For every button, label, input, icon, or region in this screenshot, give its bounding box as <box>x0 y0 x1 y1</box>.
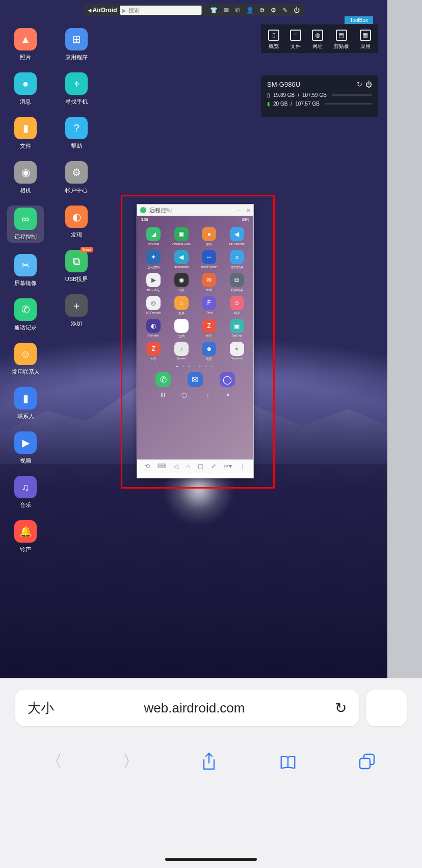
desktop-app-应用程序[interactable]: ⊞应用程序 <box>58 28 95 61</box>
power-device-icon[interactable]: ⏻ <box>365 81 372 88</box>
phone-app[interactable]: ☺联系 <box>224 296 251 316</box>
status-time: 3:58 <box>141 218 148 221</box>
phone-app[interactable]: ✦远程控制 <box>140 250 167 270</box>
user-icon[interactable]: 👤 <box>246 7 254 14</box>
recent-button[interactable]: III <box>161 392 165 399</box>
desktop-app-相机[interactable]: ◉相机 <box>7 161 44 194</box>
desktop-app-照片[interactable]: ▲照片 <box>7 28 44 61</box>
home-indicator[interactable] <box>165 858 257 861</box>
gear-icon[interactable]: ⚙ <box>271 7 276 14</box>
toolbox-item-概览[interactable]: ▯概览 <box>268 30 279 50</box>
toolbox-item-网址[interactable]: ◍网址 <box>312 30 323 50</box>
desktop-app-音乐[interactable]: ♫音乐 <box>7 476 44 509</box>
desktop-app-文件[interactable]: ▮文件 <box>7 117 44 150</box>
tabs-icon[interactable] <box>357 752 377 771</box>
phone-app[interactable]: ◐Fortnite <box>140 319 167 339</box>
desktop-app-通话记录[interactable]: ✆通话记录 <box>7 298 44 331</box>
refresh-icon[interactable]: ↻ <box>357 81 362 88</box>
accessibility-icon[interactable]: ✦ <box>226 392 230 399</box>
phone-app[interactable]: Z知乎 <box>196 319 223 339</box>
phone-app[interactable]: ◀Notification <box>168 250 195 270</box>
keyboard-icon[interactable]: ⌨ <box>157 463 166 470</box>
forward-nav-icon[interactable]: 〉 <box>122 750 140 773</box>
desktop-app-帐户中心[interactable]: ⚙帐户中心 <box>58 161 95 194</box>
tab-peek[interactable] <box>366 690 407 726</box>
phone-app[interactable]: Z知乎 <box>140 342 167 362</box>
phone-app[interactable]: ◢AirDroid <box>140 227 167 247</box>
phone-app[interactable]: ♪TuneIn <box>168 342 195 362</box>
back-icon[interactable]: ◁ <box>174 463 178 470</box>
phone-app[interactable]: ◀Biz Daemon <box>224 227 251 247</box>
window-titlebar[interactable]: 远程控制 — ✕ <box>137 205 253 216</box>
url-bar[interactable]: 大小 web.airdroid.com ↻ <box>15 690 359 726</box>
phone-app[interactable]: ⌂主屏 <box>168 296 195 316</box>
phone-app[interactable]: ↔TeamViewer <box>196 250 223 270</box>
back-nav-icon[interactable]: 〈 <box>45 750 63 773</box>
toolbox-item-应用[interactable]: ▦应用 <box>360 30 371 50</box>
phone-app[interactable]: ◉相机 <box>168 273 195 293</box>
toolbox-label: 概览 <box>269 43 279 50</box>
url-text[interactable]: web.airdroid.com <box>54 700 335 716</box>
search-input[interactable] <box>126 7 188 13</box>
search-box[interactable]: ▶ <box>120 6 202 15</box>
minimize-button[interactable]: — <box>236 208 241 213</box>
rotate-icon[interactable]: ⟲ <box>145 463 150 470</box>
desktop-app-寻找手机[interactable]: ⌖寻找手机 <box>58 72 95 106</box>
desktop-app-添加[interactable]: ＋添加 <box>58 294 95 327</box>
dock-app[interactable]: ◯ <box>220 372 235 387</box>
desktop-app-发现[interactable]: ◐发现 <box>58 206 95 239</box>
phone-app[interactable]: ▣AirDroid Cast <box>168 227 195 247</box>
home-button[interactable]: ◯ <box>181 392 187 399</box>
home-icon[interactable]: ⌂ <box>186 463 190 470</box>
phone-app[interactable]: ◎Mi Remote <box>140 296 167 316</box>
recent-icon[interactable]: ▢ <box>198 463 203 470</box>
desktop-app-消息[interactable]: ●消息 <box>7 72 44 106</box>
phone-app[interactable]: ⩍微软投屏 <box>224 250 251 270</box>
reload-icon[interactable]: ↻ <box>335 700 347 717</box>
phone-icon[interactable]: ✆ <box>235 7 240 14</box>
phone-app-icon: ◀ <box>230 227 244 241</box>
phone-app[interactable]: ▣TapTap <box>224 319 251 339</box>
dock-app[interactable]: ✆ <box>155 372 171 387</box>
back-button[interactable]: 〈 <box>204 392 209 399</box>
dock-app[interactable]: ✉ <box>188 372 203 387</box>
phone-app[interactable]: ⧉投屏助手 <box>224 273 251 293</box>
phone-app[interactable]: ☻地图 <box>196 342 223 362</box>
power-icon[interactable]: ⏻ <box>294 7 300 14</box>
phone-app[interactable]: ●企鹅 <box>168 319 195 339</box>
toolbox-item-文件[interactable]: ≣文件 <box>290 30 301 50</box>
apparel-icon[interactable]: 👕 <box>210 7 218 14</box>
phone-app[interactable]: ▶Play 商店 <box>140 273 167 293</box>
phone-app[interactable]: ●微博 <box>196 227 223 247</box>
edit-icon[interactable]: ✎ <box>282 7 287 14</box>
desktop-app-铃声[interactable]: 🔔铃声 <box>7 520 44 553</box>
phone-app[interactable]: ✉邮件 <box>196 273 223 293</box>
sd-used: 20 GB <box>273 101 287 107</box>
copy-icon[interactable]: ⧉ <box>260 7 265 14</box>
desktop-app-远程控制[interactable]: ∞远程控制 <box>7 206 44 243</box>
phone-screen[interactable]: 3:58 83% ◢AirDroid▣AirDroid Cast●微博◀Biz … <box>137 216 253 459</box>
remote-control-window[interactable]: 远程控制 — ✕ 3:58 83% ◢AirDroid▣AirDroid Cas… <box>137 204 254 478</box>
toolbox-tab[interactable]: ToolBox <box>345 16 373 24</box>
phone-app-label: 微软投屏 <box>231 265 243 270</box>
bookmarks-icon[interactable] <box>278 752 298 771</box>
phone-app[interactable]: ⌖Flowview <box>224 342 251 362</box>
mail-icon[interactable]: ✉ <box>224 7 229 14</box>
cut-icon[interactable]: ✂▾ <box>224 463 232 470</box>
desktop-app-USB投屏[interactable]: ⧉USB投屏 <box>58 250 95 283</box>
fullscreen-icon[interactable]: ⤢ <box>211 463 216 470</box>
status-battery: 83% <box>242 218 249 221</box>
desktop-app-联系人[interactable]: ▮联系人 <box>7 387 44 420</box>
close-button[interactable]: ✕ <box>246 208 250 213</box>
desktop-app-视频[interactable]: ▶视频 <box>7 431 44 465</box>
text-size-button[interactable]: 大小 <box>28 699 54 717</box>
desktop-app-帮助[interactable]: ?帮助 <box>58 117 95 150</box>
desktop-app-屏幕镜像[interactable]: ✂屏幕镜像 <box>7 254 44 287</box>
toolbox-item-剪贴板[interactable]: ▤剪贴板 <box>334 30 349 50</box>
more-icon[interactable]: ⋮ <box>240 463 246 470</box>
airdroid-logo[interactable]: AirDroid <box>88 7 117 14</box>
desktop-app-常用联系人[interactable]: ☺常用联系人 <box>7 343 44 376</box>
phone-app-icon: Z <box>202 319 216 333</box>
share-icon[interactable] <box>199 752 219 771</box>
phone-app[interactable]: FFleet <box>196 296 223 316</box>
